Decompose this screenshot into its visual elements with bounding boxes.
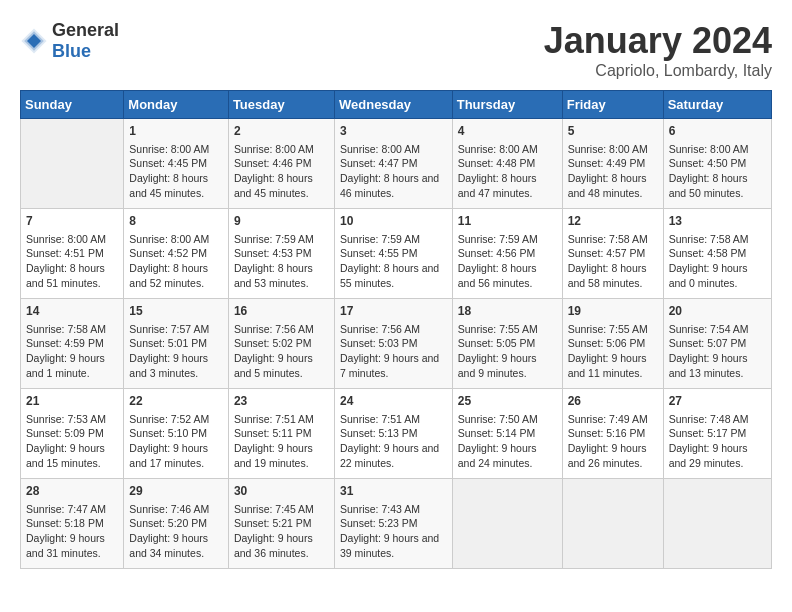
calendar-cell: 31Sunrise: 7:43 AMSunset: 5:23 PMDayligh…	[334, 479, 452, 569]
sunset-text: Sunset: 5:14 PM	[458, 426, 557, 441]
sunset-text: Sunset: 5:03 PM	[340, 336, 447, 351]
daylight-text: Daylight: 9 hours and 13 minutes.	[669, 351, 766, 380]
daylight-text: Daylight: 9 hours and 34 minutes.	[129, 531, 223, 560]
calendar-cell: 11Sunrise: 7:59 AMSunset: 4:56 PMDayligh…	[452, 209, 562, 299]
sunset-text: Sunset: 5:21 PM	[234, 516, 329, 531]
calendar-week-1: 1Sunrise: 8:00 AMSunset: 4:45 PMDaylight…	[21, 119, 772, 209]
sunset-text: Sunset: 5:16 PM	[568, 426, 658, 441]
daylight-text: Daylight: 8 hours and 45 minutes.	[129, 171, 223, 200]
sunrise-text: Sunrise: 7:43 AM	[340, 502, 447, 517]
sunrise-text: Sunrise: 7:45 AM	[234, 502, 329, 517]
logo: General Blue	[20, 20, 119, 62]
calendar-cell: 16Sunrise: 7:56 AMSunset: 5:02 PMDayligh…	[228, 299, 334, 389]
sunset-text: Sunset: 4:50 PM	[669, 156, 766, 171]
daylight-text: Daylight: 9 hours and 29 minutes.	[669, 441, 766, 470]
daylight-text: Daylight: 9 hours and 22 minutes.	[340, 441, 447, 470]
daylight-text: Daylight: 8 hours and 50 minutes.	[669, 171, 766, 200]
day-number: 13	[669, 213, 766, 230]
daylight-text: Daylight: 9 hours and 0 minutes.	[669, 261, 766, 290]
sunrise-text: Sunrise: 7:56 AM	[340, 322, 447, 337]
sunset-text: Sunset: 4:47 PM	[340, 156, 447, 171]
sunrise-text: Sunrise: 7:59 AM	[458, 232, 557, 247]
day-number: 12	[568, 213, 658, 230]
sunset-text: Sunset: 4:51 PM	[26, 246, 118, 261]
calendar-week-3: 14Sunrise: 7:58 AMSunset: 4:59 PMDayligh…	[21, 299, 772, 389]
calendar-cell: 21Sunrise: 7:53 AMSunset: 5:09 PMDayligh…	[21, 389, 124, 479]
sunset-text: Sunset: 5:11 PM	[234, 426, 329, 441]
calendar-cell: 20Sunrise: 7:54 AMSunset: 5:07 PMDayligh…	[663, 299, 771, 389]
col-sunday: Sunday	[21, 91, 124, 119]
daylight-text: Daylight: 8 hours and 52 minutes.	[129, 261, 223, 290]
calendar-cell: 12Sunrise: 7:58 AMSunset: 4:57 PMDayligh…	[562, 209, 663, 299]
day-number: 17	[340, 303, 447, 320]
calendar-cell: 26Sunrise: 7:49 AMSunset: 5:16 PMDayligh…	[562, 389, 663, 479]
sunset-text: Sunset: 5:10 PM	[129, 426, 223, 441]
daylight-text: Daylight: 8 hours and 53 minutes.	[234, 261, 329, 290]
sunrise-text: Sunrise: 7:57 AM	[129, 322, 223, 337]
sunrise-text: Sunrise: 7:49 AM	[568, 412, 658, 427]
calendar-cell: 6Sunrise: 8:00 AMSunset: 4:50 PMDaylight…	[663, 119, 771, 209]
daylight-text: Daylight: 8 hours and 46 minutes.	[340, 171, 447, 200]
calendar-cell	[663, 479, 771, 569]
sunset-text: Sunset: 4:53 PM	[234, 246, 329, 261]
sunrise-text: Sunrise: 7:47 AM	[26, 502, 118, 517]
daylight-text: Daylight: 8 hours and 58 minutes.	[568, 261, 658, 290]
calendar-cell: 25Sunrise: 7:50 AMSunset: 5:14 PMDayligh…	[452, 389, 562, 479]
calendar-cell: 8Sunrise: 8:00 AMSunset: 4:52 PMDaylight…	[124, 209, 229, 299]
day-number: 7	[26, 213, 118, 230]
sunrise-text: Sunrise: 7:55 AM	[458, 322, 557, 337]
daylight-text: Daylight: 9 hours and 24 minutes.	[458, 441, 557, 470]
sunrise-text: Sunrise: 7:53 AM	[26, 412, 118, 427]
sunrise-text: Sunrise: 7:59 AM	[234, 232, 329, 247]
calendar-cell: 10Sunrise: 7:59 AMSunset: 4:55 PMDayligh…	[334, 209, 452, 299]
col-friday: Friday	[562, 91, 663, 119]
daylight-text: Daylight: 9 hours and 1 minute.	[26, 351, 118, 380]
calendar-body: 1Sunrise: 8:00 AMSunset: 4:45 PMDaylight…	[21, 119, 772, 569]
sunset-text: Sunset: 4:48 PM	[458, 156, 557, 171]
day-number: 25	[458, 393, 557, 410]
sunrise-text: Sunrise: 8:00 AM	[568, 142, 658, 157]
day-number: 24	[340, 393, 447, 410]
calendar-cell: 2Sunrise: 8:00 AMSunset: 4:46 PMDaylight…	[228, 119, 334, 209]
col-wednesday: Wednesday	[334, 91, 452, 119]
sunrise-text: Sunrise: 7:52 AM	[129, 412, 223, 427]
day-number: 28	[26, 483, 118, 500]
sunrise-text: Sunrise: 7:54 AM	[669, 322, 766, 337]
day-number: 31	[340, 483, 447, 500]
day-number: 20	[669, 303, 766, 320]
logo-general: General	[52, 20, 119, 40]
day-number: 4	[458, 123, 557, 140]
daylight-text: Daylight: 8 hours and 51 minutes.	[26, 261, 118, 290]
day-number: 1	[129, 123, 223, 140]
daylight-text: Daylight: 8 hours and 48 minutes.	[568, 171, 658, 200]
location-title: Capriolo, Lombardy, Italy	[544, 62, 772, 80]
sunrise-text: Sunrise: 7:58 AM	[26, 322, 118, 337]
sunset-text: Sunset: 5:20 PM	[129, 516, 223, 531]
sunset-text: Sunset: 5:01 PM	[129, 336, 223, 351]
sunrise-text: Sunrise: 8:00 AM	[129, 142, 223, 157]
day-number: 19	[568, 303, 658, 320]
calendar-week-5: 28Sunrise: 7:47 AMSunset: 5:18 PMDayligh…	[21, 479, 772, 569]
sunset-text: Sunset: 4:56 PM	[458, 246, 557, 261]
sunrise-text: Sunrise: 8:00 AM	[26, 232, 118, 247]
calendar-table: Sunday Monday Tuesday Wednesday Thursday…	[20, 90, 772, 569]
calendar-cell: 19Sunrise: 7:55 AMSunset: 5:06 PMDayligh…	[562, 299, 663, 389]
day-number: 26	[568, 393, 658, 410]
day-number: 22	[129, 393, 223, 410]
daylight-text: Daylight: 9 hours and 3 minutes.	[129, 351, 223, 380]
day-number: 15	[129, 303, 223, 320]
sunset-text: Sunset: 5:23 PM	[340, 516, 447, 531]
sunset-text: Sunset: 4:49 PM	[568, 156, 658, 171]
daylight-text: Daylight: 9 hours and 7 minutes.	[340, 351, 447, 380]
calendar-cell: 23Sunrise: 7:51 AMSunset: 5:11 PMDayligh…	[228, 389, 334, 479]
calendar-cell: 3Sunrise: 8:00 AMSunset: 4:47 PMDaylight…	[334, 119, 452, 209]
day-number: 9	[234, 213, 329, 230]
daylight-text: Daylight: 8 hours and 55 minutes.	[340, 261, 447, 290]
calendar-cell: 15Sunrise: 7:57 AMSunset: 5:01 PMDayligh…	[124, 299, 229, 389]
calendar-header: Sunday Monday Tuesday Wednesday Thursday…	[21, 91, 772, 119]
col-monday: Monday	[124, 91, 229, 119]
sunrise-text: Sunrise: 7:56 AM	[234, 322, 329, 337]
sunrise-text: Sunrise: 8:00 AM	[458, 142, 557, 157]
title-block: January 2024 Capriolo, Lombardy, Italy	[544, 20, 772, 80]
sunset-text: Sunset: 4:59 PM	[26, 336, 118, 351]
